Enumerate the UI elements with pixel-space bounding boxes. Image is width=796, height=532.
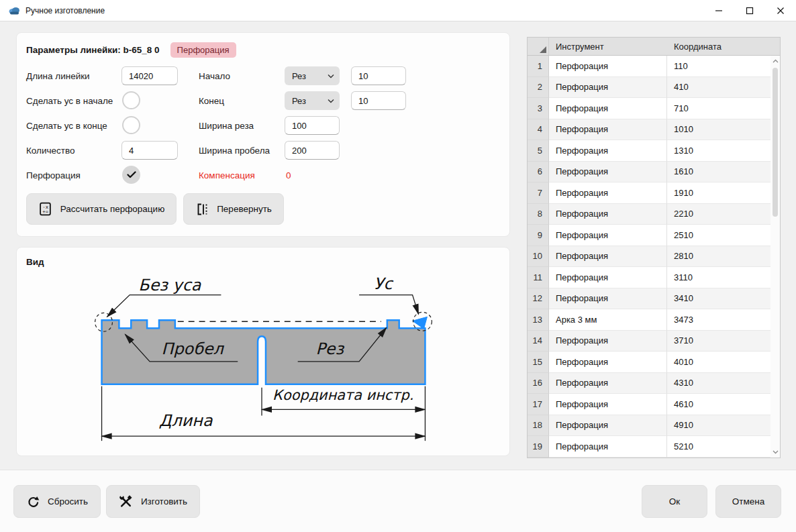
cell-coord[interactable]: 4910	[667, 415, 771, 437]
cancel-button[interactable]: Отмена	[715, 485, 781, 518]
cut-width-input[interactable]	[285, 116, 340, 135]
cell-tool[interactable]: Перфорация	[549, 331, 667, 352]
scroll-up-icon[interactable]	[770, 56, 780, 66]
table-row[interactable]: 10 Перфорация 2810	[528, 246, 780, 268]
perforation-checkbox[interactable]	[122, 166, 140, 184]
scroll-down-icon[interactable]	[770, 447, 780, 458]
cell-coord[interactable]: 4010	[667, 352, 771, 373]
row-number[interactable]: 12	[528, 288, 549, 310]
table-row[interactable]: 7 Перфорация 1910	[528, 182, 780, 204]
row-number[interactable]: 3	[528, 98, 549, 119]
cell-coord[interactable]: 1610	[667, 162, 771, 183]
cell-coord[interactable]: 3710	[667, 331, 771, 352]
table-row[interactable]: 18 Перфорация 4910	[528, 415, 780, 437]
maximize-button[interactable]	[734, 0, 765, 21]
row-number[interactable]: 9	[528, 225, 549, 246]
cell-coord[interactable]: 3110	[667, 267, 771, 288]
row-number[interactable]: 15	[528, 352, 549, 373]
table-row[interactable]: 16 Перфорация 4310	[528, 373, 780, 394]
table-row[interactable]: 6 Перфорация 1610	[528, 162, 780, 183]
quantity-input[interactable]	[121, 141, 178, 160]
table-row[interactable]: 12 Перфорация 3410	[528, 288, 780, 310]
cell-coord[interactable]: 2510	[667, 225, 771, 246]
start-select[interactable]: Рез	[285, 66, 340, 85]
cell-tool[interactable]: Перфорация	[549, 394, 667, 415]
cell-coord[interactable]: 1310	[667, 140, 771, 162]
cell-tool[interactable]: Перфорация	[549, 288, 667, 310]
cell-tool[interactable]: Перфорация	[549, 204, 667, 225]
scrollbar-track[interactable]	[770, 66, 780, 447]
whisker-start-checkbox[interactable]	[122, 91, 140, 109]
scrollbar-thumb[interactable]	[773, 68, 778, 217]
table-row[interactable]: 8 Перфорация 2210	[528, 204, 780, 225]
table-row[interactable]: 5 Перфорация 1310	[528, 140, 780, 162]
row-number[interactable]: 2	[528, 77, 549, 99]
flip-button[interactable]: Перевернуть	[183, 193, 284, 225]
row-number[interactable]: 8	[528, 204, 549, 225]
row-number[interactable]: 1	[528, 56, 549, 77]
row-number[interactable]: 6	[528, 162, 549, 183]
table-row[interactable]: 14 Перфорация 3710	[528, 331, 780, 352]
cell-tool[interactable]: Перфорация	[549, 267, 667, 288]
table-row[interactable]: 9 Перфорация 2510	[528, 225, 780, 246]
cell-tool[interactable]: Перфорация	[549, 77, 667, 99]
row-number[interactable]: 17	[528, 394, 549, 415]
make-button[interactable]: Изготовить	[106, 485, 200, 518]
table-row[interactable]: 1 Перфорация 110	[528, 56, 780, 77]
cell-tool[interactable]: Перфорация	[549, 225, 667, 246]
cell-tool[interactable]: Перфорация	[549, 98, 667, 119]
cell-coord[interactable]: 3473	[667, 309, 771, 331]
cell-coord[interactable]: 3410	[667, 288, 771, 310]
cell-coord[interactable]: 1010	[667, 119, 771, 141]
cell-tool[interactable]: Перфорация	[549, 246, 667, 268]
cell-tool[interactable]: Перфорация	[549, 140, 667, 162]
close-button[interactable]	[765, 0, 796, 21]
table-row[interactable]: 19 Перфорация 5210	[528, 436, 780, 458]
select-all-corner[interactable]	[528, 38, 549, 55]
row-number[interactable]: 16	[528, 373, 549, 394]
end-select[interactable]: Рез	[285, 91, 340, 110]
column-header-tool[interactable]: Инструмент	[549, 42, 667, 52]
cell-tool[interactable]: Перфорация	[549, 162, 667, 183]
row-number[interactable]: 18	[528, 415, 549, 437]
end-value-input[interactable]	[351, 91, 406, 110]
ruler-length-input[interactable]	[121, 66, 178, 85]
cell-coord[interactable]: 410	[667, 77, 771, 99]
table-row[interactable]: 11 Перфорация 3110	[528, 267, 780, 288]
table-row[interactable]: 4 Перфорация 1010	[528, 119, 780, 141]
column-header-coord[interactable]: Координата	[667, 42, 780, 52]
cell-tool[interactable]: Перфорация	[549, 436, 667, 458]
cell-coord[interactable]: 110	[667, 56, 771, 77]
ok-button[interactable]: Ок	[642, 485, 707, 518]
minimize-button[interactable]	[703, 0, 734, 21]
cell-coord[interactable]: 4310	[667, 373, 771, 394]
row-number[interactable]: 10	[528, 246, 549, 268]
row-number[interactable]: 19	[528, 436, 549, 458]
table-scrollbar[interactable]	[770, 56, 780, 458]
row-number[interactable]: 11	[528, 267, 549, 288]
cell-coord[interactable]: 1910	[667, 182, 771, 204]
cell-tool[interactable]: Перфорация	[549, 119, 667, 141]
table-row[interactable]: 13 Арка 3 мм 3473	[528, 309, 780, 331]
row-number[interactable]: 7	[528, 182, 549, 204]
cell-tool[interactable]: Перфорация	[549, 415, 667, 437]
table-row[interactable]: 3 Перфорация 710	[528, 98, 780, 119]
calc-perforation-button[interactable]: -x += Рассчитать перфорацию	[26, 193, 177, 225]
table-row[interactable]: 17 Перфорация 4610	[528, 394, 780, 415]
cell-tool[interactable]: Перфорация	[549, 182, 667, 204]
row-number[interactable]: 4	[528, 119, 549, 141]
table-row[interactable]: 2 Перфорация 410	[528, 77, 780, 99]
cell-tool[interactable]: Перфорация	[549, 352, 667, 373]
row-number[interactable]: 13	[528, 309, 549, 331]
reset-button[interactable]: Сбросить	[13, 485, 101, 518]
start-value-input[interactable]	[351, 66, 406, 85]
cell-coord[interactable]: 2810	[667, 246, 771, 268]
whisker-end-checkbox[interactable]	[122, 116, 140, 134]
cell-tool[interactable]: Арка 3 мм	[549, 309, 667, 331]
gap-width-input[interactable]	[285, 141, 340, 160]
cell-coord[interactable]: 4610	[667, 394, 771, 415]
cell-tool[interactable]: Перфорация	[549, 373, 667, 394]
cell-tool[interactable]: Перфорация	[549, 56, 667, 77]
cell-coord[interactable]: 710	[667, 98, 771, 119]
table-row[interactable]: 15 Перфорация 4010	[528, 352, 780, 373]
